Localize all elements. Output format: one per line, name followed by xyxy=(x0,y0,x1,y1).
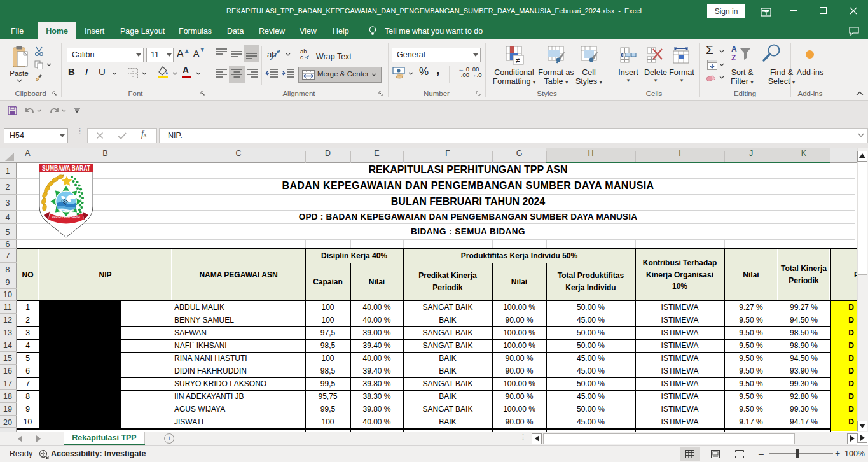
svg-text:c: c xyxy=(300,53,303,60)
svg-text:SUMBAWA BARAT: SUMBAWA BARAT xyxy=(42,164,90,172)
svg-text:≠: ≠ xyxy=(516,56,520,65)
svg-text:Z: Z xyxy=(731,53,736,62)
svg-text:A: A xyxy=(731,45,737,53)
svg-text:PARIRI LEMA BARIRI: PARIRI LEMA BARIRI xyxy=(52,216,80,219)
